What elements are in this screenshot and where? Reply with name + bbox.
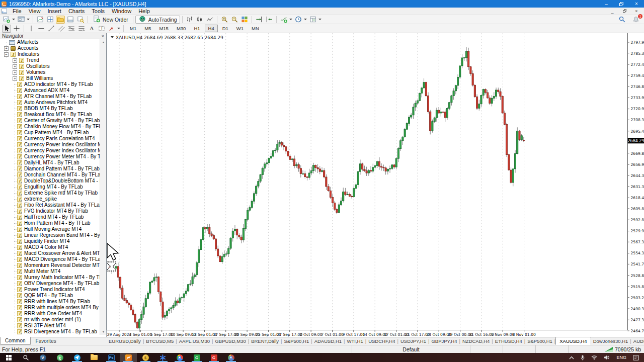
tree-indicator-item[interactable]: fCurrency Power Meter MT4 - By TFLab [0,154,100,160]
terminal-icon[interactable] [66,16,75,24]
symbol-tab-brent-daily[interactable]: BRENT,Daily [249,338,281,344]
timeframe-w1[interactable]: W1 [233,25,247,32]
tree-indicator-item[interactable]: fFVG Indicator MT4 By TFlab [0,208,100,214]
status-profile[interactable]: Default [352,345,470,353]
symbol-tab-s-p500-h1[interactable]: S&P500,H1 [525,338,554,344]
timeframe-d1[interactable]: D1 [219,25,232,32]
chrome-icon[interactable] [171,353,188,362]
tree-indicator-item[interactable]: fHull Moving Average MT4 [0,226,100,232]
text-icon[interactable]: A [87,25,96,33]
expand-icon[interactable]: + [13,58,17,63]
chrome-profile-icon[interactable] [222,353,239,362]
tree-folder-bill-williams[interactable]: +fBill Williams [0,75,100,81]
tree-indicator-item[interactable]: fRRR with lines MT4 By TFlab [0,299,100,305]
tree-indicator-item[interactable]: fCurrency Power Index Oscillator MT4 [0,142,100,148]
navigator-icon[interactable] [56,16,65,24]
symbol-tab-aapl-us-m30[interactable]: AAPL.US,M30 [177,338,212,344]
tree-indicator-item[interactable]: fMulti Meter MT4 [0,268,100,275]
menu-window[interactable]: Window [108,8,135,15]
tree-indicator-item[interactable]: fCurrency Paris Correlation MT4 [0,136,100,142]
new-chart-icon[interactable] [2,16,16,24]
telegram-icon[interactable] [68,353,86,362]
scroll-up-icon[interactable]: ▲ [100,39,107,45]
tree-indicator-item[interactable]: fPower Trend Indicator MT4 [0,287,100,293]
money-app-icon[interactable]: $ [137,353,154,362]
symbol-tab-s-p500-h1[interactable]: S&P500,H1 [282,338,311,344]
ruler-lines-icon[interactable] [77,25,86,33]
tree-indicator-item[interactable]: fAdvanced ADX MT4 [0,87,100,94]
horizontal-line-icon[interactable] [37,25,46,33]
channel-icon[interactable] [57,25,66,33]
tree-indicator-item[interactable]: fMACD Divergence MT4 - By TFLab [0,256,100,262]
tree-accounts[interactable]: +Accounts [0,45,100,51]
menu-tools[interactable]: Tools [88,8,108,15]
tree-indicator-item[interactable]: fHalfTrend MT4 - By TFLab [0,214,100,220]
symbol-tab-wti-h1[interactable]: WTI,H1 [345,338,365,344]
symbol-tab-adausd-h1[interactable]: ADAUSD,H1 [312,338,344,344]
tree-indicator-item[interactable]: fAuto Andrews Pitchfork MT4 [0,100,100,106]
asterisk-app-icon[interactable] [154,353,171,362]
tree-indicator-item[interactable]: fDailyHL MT4 - By TFLab [0,160,100,166]
tree-indicator-item[interactable]: fextreme_spike [0,196,100,202]
tab-common[interactable]: Common [0,337,31,345]
code-green-icon[interactable]: C [188,353,205,362]
menu-insert[interactable]: Insert [44,8,65,15]
code-red-icon[interactable]: C [205,353,222,362]
timeframe-h4[interactable]: H4 [205,25,218,32]
navigator-scrollbar[interactable]: ▲ ▼ [100,39,106,335]
action-center-icon[interactable] [633,355,639,360]
bar-chart-icon[interactable] [185,16,194,24]
tree-folder-oscillators[interactable]: +fOscillators [0,63,100,69]
navigator-close-icon[interactable]: × [102,34,104,39]
symbol-tab-gbpjpy-h4[interactable]: GBPJPY,H4 [429,338,459,344]
speaker-icon[interactable] [604,355,610,360]
tree-indicator-item[interactable]: fCurrency Power Index Oscillator MT4 - B… [0,148,100,154]
tab-favorites[interactable]: Favorites [31,337,61,345]
crosshair-icon[interactable] [12,25,21,33]
market-watch-icon[interactable] [36,16,45,24]
file-explorer-icon[interactable] [86,353,103,362]
chart-window-icon[interactable] [2,9,7,14]
timeframe-m15[interactable]: M15 [155,25,172,32]
metatrader4-icon[interactable] [120,353,137,362]
menu-help[interactable]: Help [135,8,153,15]
expand-icon[interactable]: + [4,46,9,51]
tree-folder-volumes[interactable]: +fVolumes [0,69,100,75]
tree-indicator-item[interactable]: fQQE MT4 - By TFLab [0,293,100,299]
symbol-tab-xauusd-h4[interactable]: XAUUSD,H4 [555,337,591,345]
tree-indicator-item[interactable]: fCenter of Gravity MT4 - By TFLab [0,118,100,124]
vertical-line-icon[interactable] [27,25,36,33]
timeframe-h1[interactable]: H1 [190,25,203,32]
green-app-icon[interactable]: ϛ [51,353,68,362]
tile-windows-icon[interactable] [240,16,249,24]
tree-indicator-item[interactable]: fDiamond Pattern MT4 - By TFLab [0,166,100,172]
scroll-down-icon[interactable]: ▼ [100,329,107,335]
symbol-tab-usdjpy-h1[interactable]: USDJPY,H1 [398,338,428,344]
start-button[interactable] [0,353,17,362]
browser-app-icon[interactable]: V [34,353,51,362]
symbol-tab-audnzd-h1[interactable]: AUDNZD,H1 [631,338,644,344]
tree-folder-trend[interactable]: +fTrend [0,57,100,63]
tree-indicator-item[interactable]: fHorn Pattern MT4 - By TFLab [0,220,100,226]
tree-indicators[interactable]: −fIndicators [0,51,100,57]
symbol-tab-gbpusd-m30[interactable]: GBPUSD,M30 [213,338,248,344]
data-window-icon[interactable] [46,16,55,24]
price-chart[interactable]: 29 Aug 20243 Sep 01:005 Sep 17:0010 Sep … [107,33,644,337]
symbol-tab-btcusd-m5[interactable]: BTCUSD,M5 [144,338,176,344]
timeframe-m1[interactable]: M1 [126,25,140,32]
expand-icon[interactable]: + [13,76,17,81]
auto-scroll-icon[interactable] [255,16,264,24]
tree-indicator-item[interactable]: fATR Channel MT4 - By TFLab [0,94,100,100]
menu-file[interactable]: File [9,8,25,15]
templates-icon[interactable] [308,16,322,24]
tree-indicator-item[interactable]: fMurrey Math Indicator MT4 - By TFLab [0,275,100,281]
timeframe-mn[interactable]: MN [248,25,263,32]
wifi-icon[interactable] [591,355,597,360]
language-indicator[interactable]: ENG [616,355,626,360]
zoom-out-icon[interactable] [230,16,239,24]
tree-indicator-item[interactable]: fBreakout Box MT4 - By TFLab [0,112,100,118]
tree-indicator-item[interactable]: fOBV Divergence MT4 - By TFLab [0,281,100,287]
symbol-tab-usdchf-h4[interactable]: USDCHF,H4 [366,338,397,344]
tree-indicator-item[interactable]: fMACD 4 Color MT4 [0,244,100,250]
tree-indicator-item[interactable]: fLinear Regression Band MT4 - By TFLab [0,232,100,238]
